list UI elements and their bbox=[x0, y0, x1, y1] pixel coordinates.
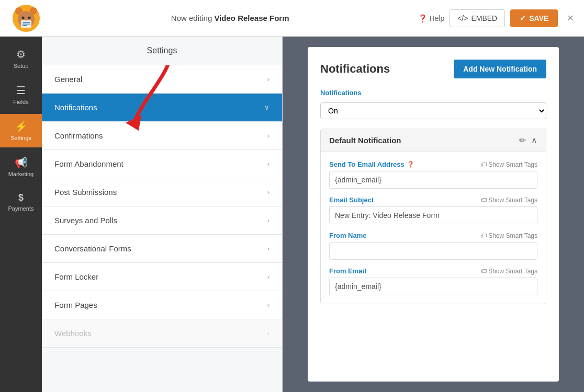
settings-icon: ⚡ bbox=[15, 120, 28, 133]
nav-item-surveys-polls[interactable]: Surveys and Polls › bbox=[42, 206, 282, 235]
sidebar-item-marketing[interactable]: 📢 Marketing bbox=[0, 150, 42, 183]
setup-icon: ⚙ bbox=[16, 48, 26, 61]
top-bar: Now editing Video Release Form ❓ Help </… bbox=[0, 0, 584, 37]
notifications-panel: Notifications Add New Notification Notif… bbox=[308, 47, 559, 382]
chevron-right-icon: › bbox=[267, 132, 269, 140]
send-to-email-field: Send To Email Address ❓ 🏷 Show Smart Tag… bbox=[329, 160, 537, 189]
nav-item-confirmations[interactable]: Confirmations › bbox=[42, 122, 282, 150]
from-name-label: From Name bbox=[329, 232, 367, 239]
chevron-right-icon: › bbox=[267, 216, 269, 224]
email-subject-input[interactable] bbox=[329, 206, 537, 224]
main-layout: ⚙ Setup ☰ Fields ⚡ Settings 📢 Marketing … bbox=[0, 37, 584, 392]
send-to-email-label: Send To Email Address bbox=[329, 160, 405, 168]
panel-header: Notifications Add New Notification bbox=[320, 60, 546, 78]
chevron-down-icon: ∨ bbox=[264, 103, 269, 111]
show-smart-tags-subject[interactable]: 🏷 Show Smart Tags bbox=[480, 197, 537, 204]
left-sidebar: ⚙ Setup ☰ Fields ⚡ Settings 📢 Marketing … bbox=[0, 37, 42, 392]
default-notification-card: Default Notification ✏ ∧ bbox=[320, 129, 546, 304]
email-subject-label: Email Subject bbox=[329, 196, 374, 204]
panel-title: Notifications bbox=[320, 62, 390, 76]
nav-item-form-pages[interactable]: Form Pages › bbox=[42, 291, 282, 319]
from-email-input[interactable] bbox=[329, 278, 537, 295]
center-nav: Settings General › Notifications ∨ Confi… bbox=[42, 37, 283, 392]
logo bbox=[10, 4, 42, 32]
chevron-right-icon: › bbox=[267, 245, 269, 252]
payments-icon: $ bbox=[18, 192, 24, 203]
email-subject-field: Email Subject 🏷 Show Smart Tags bbox=[329, 196, 537, 224]
svg-point-6 bbox=[28, 16, 31, 19]
editing-label: Now editing Video Release Form bbox=[42, 14, 418, 22]
form-name: Video Release Form bbox=[214, 14, 289, 22]
nav-item-webhooks: Webhooks › bbox=[42, 319, 282, 348]
notifications-field-label: Notifications bbox=[320, 89, 546, 97]
settings-header: Settings bbox=[42, 37, 282, 65]
embed-code-icon: </> bbox=[457, 14, 468, 22]
pencil-icon: ✏ bbox=[519, 136, 526, 145]
tag-icon: 🏷 bbox=[480, 197, 487, 204]
show-smart-tags-from-email[interactable]: 🏷 Show Smart Tags bbox=[480, 268, 537, 275]
tag-icon: 🏷 bbox=[480, 268, 487, 275]
fields-icon: ☰ bbox=[16, 84, 26, 97]
chevron-right-icon: › bbox=[267, 160, 269, 168]
show-smart-tags-send-to[interactable]: 🏷 Show Smart Tags bbox=[480, 161, 537, 168]
nav-item-post-submissions[interactable]: Post Submissions › bbox=[42, 178, 282, 206]
nav-item-conversational-forms[interactable]: Conversational Forms › bbox=[42, 235, 282, 263]
chevron-right-icon: › bbox=[267, 188, 269, 196]
edit-notification-button[interactable]: ✏ bbox=[519, 135, 526, 145]
tag-icon: 🏷 bbox=[480, 161, 487, 168]
chevron-right-icon: › bbox=[267, 273, 269, 281]
tag-icon: 🏷 bbox=[480, 232, 487, 239]
marketing-icon: 📢 bbox=[15, 156, 28, 169]
chevron-right-icon: › bbox=[267, 329, 269, 337]
notifications-status-select[interactable]: On Off bbox=[320, 102, 546, 119]
nav-item-general[interactable]: General › bbox=[42, 65, 282, 94]
collapse-notification-button[interactable]: ∧ bbox=[531, 135, 537, 145]
sidebar-item-settings[interactable]: ⚡ Settings bbox=[0, 114, 42, 147]
sidebar-item-payments[interactable]: $ Payments bbox=[0, 186, 42, 218]
top-bar-actions: ❓ Help </> EMBED ✓ SAVE × bbox=[418, 9, 574, 27]
chevron-right-icon: › bbox=[267, 75, 269, 83]
save-button[interactable]: ✓ SAVE bbox=[510, 9, 558, 27]
embed-button[interactable]: </> EMBED bbox=[450, 9, 505, 27]
show-smart-tags-from-name[interactable]: 🏷 Show Smart Tags bbox=[480, 232, 537, 239]
from-name-input[interactable] bbox=[329, 242, 537, 260]
chevron-right-icon: › bbox=[267, 301, 269, 309]
sidebar-item-fields[interactable]: ☰ Fields bbox=[0, 78, 42, 111]
nav-item-form-locker[interactable]: Form Locker › bbox=[42, 263, 282, 291]
help-button[interactable]: ❓ Help bbox=[418, 14, 444, 22]
from-email-field: From Email 🏷 Show Smart Tags bbox=[329, 267, 537, 295]
notification-card-header: Default Notification ✏ ∧ bbox=[321, 129, 546, 152]
right-content: Notifications Add New Notification Notif… bbox=[283, 37, 584, 392]
from-name-field: From Name 🏷 Show Smart Tags bbox=[329, 232, 537, 260]
send-to-email-input[interactable] bbox=[329, 171, 537, 189]
nav-item-notifications[interactable]: Notifications ∨ bbox=[42, 94, 282, 122]
sidebar-item-setup[interactable]: ⚙ Setup bbox=[0, 42, 42, 75]
add-notification-button[interactable]: Add New Notification bbox=[454, 60, 546, 78]
notification-card-body: Send To Email Address ❓ 🏷 Show Smart Tag… bbox=[321, 152, 546, 304]
help-icon: ❓ bbox=[418, 14, 427, 22]
svg-point-5 bbox=[22, 16, 25, 19]
chevron-up-icon: ∧ bbox=[531, 136, 537, 145]
logo-icon bbox=[13, 5, 40, 32]
from-email-label: From Email bbox=[329, 267, 366, 275]
notification-card-title: Default Notification bbox=[329, 136, 401, 145]
help-circle-icon[interactable]: ❓ bbox=[407, 161, 414, 168]
close-button[interactable]: × bbox=[567, 12, 574, 24]
notification-card-actions: ✏ ∧ bbox=[519, 135, 537, 145]
notifications-status-field: Notifications On Off bbox=[320, 89, 546, 129]
nav-item-form-abandonment[interactable]: Form Abandonment › bbox=[42, 150, 282, 178]
checkmark-icon: ✓ bbox=[520, 14, 526, 22]
